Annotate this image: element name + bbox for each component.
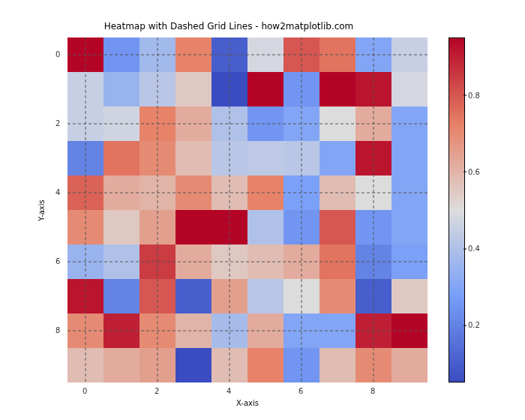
y-tick: 8 [56, 326, 60, 334]
colorbar-tick: 0.2 [468, 321, 480, 329]
grid-lines-icon [68, 38, 428, 382]
x-tick: 8 [370, 387, 375, 395]
colorbar-tick: 0.4 [468, 244, 480, 253]
chart-title: Heatmap with Dashed Grid Lines - how2mat… [0, 21, 458, 32]
y-axis-label: Y-axis [36, 38, 46, 382]
x-tick: 0 [82, 387, 87, 395]
y-tick: 2 [56, 119, 60, 128]
colorbar-tick: 0.8 [468, 91, 480, 99]
x-tick: 2 [154, 387, 159, 395]
colorbar-tick: 0.6 [468, 167, 480, 176]
x-axis-label: X-axis [68, 399, 428, 407]
x-tick: 4 [226, 387, 231, 395]
x-tick: 6 [298, 387, 303, 395]
y-tick: 6 [56, 257, 60, 266]
heatmap-axes [68, 38, 428, 382]
y-tick: 0 [56, 50, 60, 58]
y-tick: 4 [56, 188, 60, 196]
colorbar [448, 38, 465, 382]
figure: Heatmap with Dashed Grid Lines - how2mat… [0, 0, 525, 420]
